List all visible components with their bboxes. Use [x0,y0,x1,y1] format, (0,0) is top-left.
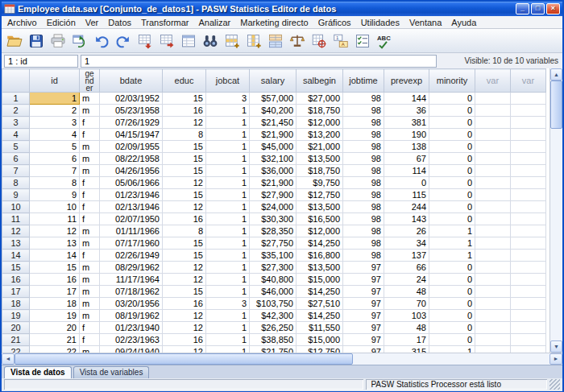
cell-minority-7[interactable]: 0 [429,165,475,177]
cell-prevexp-6[interactable]: 67 [384,153,429,165]
cell-minority-5[interactable]: 0 [429,141,475,153]
row-header-3[interactable]: 3 [2,117,30,129]
cell-var2-7[interactable] [511,165,546,177]
cell-gender-7[interactable]: m [80,165,100,177]
cell-jobcat-12[interactable]: 1 [206,225,250,237]
cell-id-22[interactable]: 22 [30,346,80,353]
cell-educ-3[interactable]: 12 [163,117,206,129]
cell-jobtime-13[interactable]: 98 [343,237,384,250]
insert-variable-icon[interactable] [243,31,264,51]
resize-grip[interactable] [549,379,560,390]
cell-minority-20[interactable]: 0 [429,322,475,334]
row-header-19[interactable]: 19 [2,310,30,322]
cell-jobcat-13[interactable]: 1 [206,237,250,250]
menu-gr-ficos[interactable]: Gráficos [313,17,356,28]
row-header-6[interactable]: 6 [2,153,30,165]
row-header-7[interactable]: 7 [2,165,30,177]
cell-educ-11[interactable]: 16 [163,213,206,225]
cell-jobtime-10[interactable]: 98 [343,201,384,213]
cell-var2-5[interactable] [511,141,546,153]
cell-salary-10[interactable]: $24,000 [250,201,297,213]
cell-educ-12[interactable]: 8 [163,225,206,237]
cell-salbegin-17[interactable]: $14,250 [297,286,343,298]
cell-id-13[interactable]: 13 [30,237,80,250]
cell-gender-21[interactable]: f [80,334,100,346]
cell-salbegin-21[interactable]: $15,000 [297,334,343,346]
cell-educ-7[interactable]: 15 [163,165,206,177]
column-header-prevexp[interactable]: prevexp [384,69,429,93]
column-header-gender[interactable]: gender [80,69,100,93]
cell-gender-20[interactable]: f [80,322,100,334]
cell-educ-16[interactable]: 12 [163,274,206,286]
cell-minority-18[interactable]: 0 [429,298,475,310]
row-header-2[interactable]: 2 [2,105,30,117]
spell-check-icon[interactable]: ABC [374,31,395,51]
cell-salary-9[interactable]: $27,900 [250,189,297,201]
cell-bdate-2[interactable]: 05/23/1958 [100,105,163,117]
cell-var2-6[interactable] [511,153,546,165]
cell-bdate-20[interactable]: 01/23/1940 [100,322,163,334]
cell-salary-1[interactable]: $57,000 [250,93,297,105]
cell-minority-3[interactable]: 0 [429,117,475,129]
dialog-recall-icon[interactable] [69,31,90,51]
column-header-jobcat[interactable]: jobcat [206,69,250,93]
vertical-scroll-thumb[interactable] [550,80,562,129]
cell-minority-13[interactable]: 1 [429,237,475,250]
split-file-icon[interactable] [265,31,286,51]
cell-educ-22[interactable]: 12 [163,346,206,353]
vertical-scrollbar[interactable]: ▲ ▼ [549,68,562,353]
cell-salbegin-14[interactable]: $16,800 [297,250,343,262]
cell-jobtime-4[interactable]: 98 [343,129,384,141]
cell-minority-4[interactable]: 0 [429,129,475,141]
row-header-13[interactable]: 13 [2,237,30,250]
cell-var2-17[interactable] [511,286,546,298]
cell-id-17[interactable]: 17 [30,286,80,298]
cell-var2-8[interactable] [511,177,546,189]
cell-jobtime-19[interactable]: 97 [343,310,384,322]
tab-data-view[interactable]: Vista de datos [4,366,72,378]
row-header-4[interactable]: 4 [2,129,30,141]
cell-prevexp-2[interactable]: 36 [384,105,429,117]
cell-salbegin-4[interactable]: $13,200 [297,129,343,141]
cell-jobcat-18[interactable]: 3 [206,298,250,310]
cell-salary-14[interactable]: $35,100 [250,250,297,262]
cell-var1-13[interactable] [475,237,511,250]
cell-bdate-3[interactable]: 07/26/1929 [100,117,163,129]
cell-gender-13[interactable]: m [80,237,100,250]
row-header-12[interactable]: 12 [2,225,30,237]
cell-bdate-12[interactable]: 01/11/1966 [100,225,163,237]
cell-salbegin-1[interactable]: $27,000 [297,93,343,105]
cell-minority-8[interactable]: 0 [429,177,475,189]
use-sets-icon[interactable] [352,31,373,51]
cell-jobcat-20[interactable]: 1 [206,322,250,334]
cell-gender-1[interactable]: m [80,93,100,105]
cell-salary-2[interactable]: $40,200 [250,105,297,117]
column-header-salbegin[interactable]: salbegin [297,69,343,93]
cell-salary-5[interactable]: $45,000 [250,141,297,153]
cell-gender-3[interactable]: f [80,117,100,129]
cell-bdate-22[interactable]: 09/24/1940 [100,346,163,353]
cell-var2-20[interactable] [511,322,546,334]
active-cell[interactable]: 1 [30,93,80,105]
open-data-icon[interactable] [4,31,25,51]
row-header-21[interactable]: 21 [2,334,30,346]
cell-var2-16[interactable] [511,274,546,286]
cell-bdate-18[interactable]: 03/20/1956 [100,298,163,310]
cell-salbegin-11[interactable]: $16,500 [297,213,343,225]
cell-minority-22[interactable]: 1 [429,346,475,353]
cell-salbegin-15[interactable]: $13,500 [297,262,343,274]
cell-salbegin-13[interactable]: $14,250 [297,237,343,250]
menu-utilidades[interactable]: Utilidades [356,17,404,28]
cell-minority-19[interactable]: 0 [429,310,475,322]
cell-bdate-11[interactable]: 02/07/1950 [100,213,163,225]
cell-bdate-17[interactable]: 07/18/1962 [100,286,163,298]
cell-bdate-21[interactable]: 02/23/1963 [100,334,163,346]
cell-gender-9[interactable]: f [80,189,100,201]
cell-educ-19[interactable]: 12 [163,310,206,322]
title-bar[interactable]: Employee data.sav [Conjunto_de_datos1] -… [2,2,562,16]
cell-salary-6[interactable]: $32,100 [250,153,297,165]
cell-jobtime-3[interactable]: 98 [343,117,384,129]
cell-bdate-7[interactable]: 04/26/1956 [100,165,163,177]
cell-prevexp-5[interactable]: 138 [384,141,429,153]
cell-salary-22[interactable]: $21,750 [250,346,297,353]
